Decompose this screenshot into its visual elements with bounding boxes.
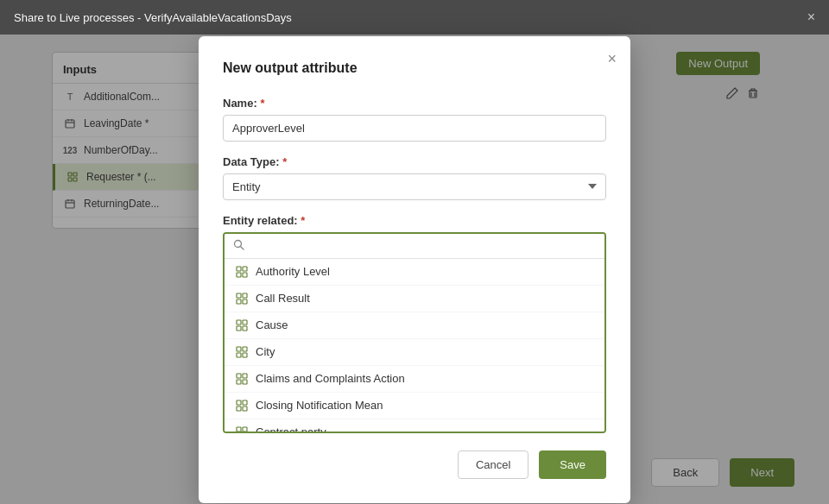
svg-rect-36 (243, 400, 247, 405)
svg-rect-20 (243, 293, 247, 298)
entity-related-field-group: Entity related: * (223, 214, 606, 433)
search-icon (233, 239, 244, 253)
svg-rect-31 (237, 374, 241, 378)
entity-item-label: Call Result (256, 292, 310, 305)
svg-rect-32 (243, 374, 247, 378)
entity-item-icon (235, 425, 249, 432)
save-button[interactable]: Save (539, 450, 606, 479)
list-item[interactable]: Cause (225, 312, 604, 339)
svg-rect-40 (243, 427, 247, 432)
list-item[interactable]: Closing Notification Mean (225, 393, 604, 419)
svg-line-14 (241, 246, 244, 249)
svg-rect-39 (237, 427, 241, 432)
modal-backdrop: New output attribute × Name: * Data Type… (0, 35, 829, 504)
list-item[interactable]: City (225, 339, 604, 366)
modal-buttons: Cancel Save (223, 450, 606, 479)
name-field-group: Name: * (223, 97, 606, 142)
svg-rect-22 (243, 299, 247, 304)
svg-rect-26 (243, 326, 247, 331)
window-close-button[interactable]: × (807, 10, 815, 24)
window-content: Inputs T AdditionalCom... LeavingDate * … (0, 35, 829, 504)
modal-title: New output attribute (223, 60, 606, 76)
entity-item-label: Cause (256, 318, 288, 331)
window-title: Share to Live processes - VerifyAvailabl… (14, 11, 292, 24)
svg-rect-17 (237, 273, 241, 277)
data-type-select[interactable]: Entity String Number Date Boolean (223, 173, 606, 200)
entity-item-icon (235, 318, 249, 332)
svg-rect-21 (237, 299, 241, 304)
list-item[interactable]: Contract party (225, 419, 604, 432)
window-titlebar: Share to Live processes - VerifyAvailabl… (0, 0, 829, 35)
data-type-field-group: Data Type: * Entity String Number Date B… (223, 155, 606, 200)
entity-item-icon (235, 372, 249, 386)
entity-item-label: Authority Level (256, 265, 330, 278)
svg-rect-34 (243, 380, 247, 384)
entity-item-label: Contract party (256, 425, 326, 432)
cancel-button[interactable]: Cancel (458, 450, 528, 479)
svg-rect-27 (237, 347, 241, 351)
entity-item-icon (235, 399, 249, 413)
svg-rect-15 (237, 267, 241, 271)
svg-rect-29 (237, 353, 241, 357)
svg-rect-23 (237, 320, 241, 324)
modal-dialog: New output attribute × Name: * Data Type… (199, 36, 630, 503)
svg-rect-18 (243, 273, 247, 277)
entity-item-label: City (256, 345, 275, 358)
entity-search-input-row (225, 234, 604, 259)
entity-item-icon (235, 292, 249, 306)
entity-item-icon (235, 265, 249, 279)
svg-rect-38 (243, 406, 247, 411)
entity-search-input[interactable] (250, 239, 596, 252)
entity-list: Authority Level Call Result (225, 259, 604, 432)
svg-rect-24 (243, 320, 247, 324)
entity-search-container: Authority Level Call Result (223, 232, 606, 433)
svg-rect-33 (237, 380, 241, 384)
svg-rect-35 (237, 400, 241, 405)
svg-rect-19 (237, 293, 241, 298)
svg-rect-37 (237, 406, 241, 411)
svg-rect-16 (243, 267, 247, 271)
entity-related-label: Entity related: * (223, 214, 606, 227)
list-item[interactable]: Authority Level (225, 259, 604, 286)
list-item[interactable]: Claims and Complaints Action (225, 366, 604, 393)
svg-rect-25 (237, 326, 241, 331)
entity-item-label: Claims and Complaints Action (256, 372, 405, 385)
entity-item-label: Closing Notification Mean (256, 399, 383, 412)
entity-item-icon (235, 345, 249, 359)
name-input[interactable] (223, 115, 606, 142)
main-window: Share to Live processes - VerifyAvailabl… (0, 0, 829, 504)
list-item[interactable]: Call Result (225, 286, 604, 312)
name-label: Name: * (223, 97, 606, 110)
svg-rect-30 (243, 353, 247, 357)
svg-rect-28 (243, 347, 247, 351)
data-type-label: Data Type: * (223, 155, 606, 168)
modal-close-button[interactable]: × (607, 50, 617, 68)
